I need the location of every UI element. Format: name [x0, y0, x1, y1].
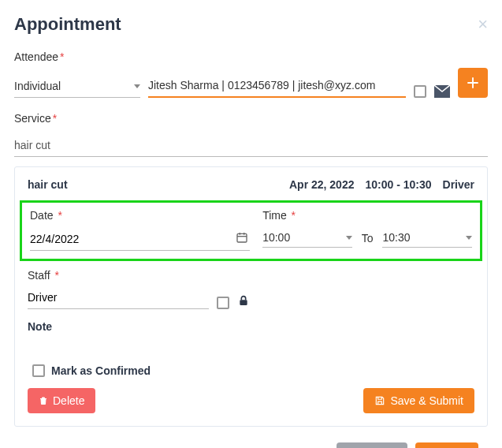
confirm-checkbox[interactable]: [32, 364, 45, 377]
appointment-card: hair cut Apr 22, 2022 10:00 - 10:30 Driv…: [14, 166, 488, 427]
calendar-icon[interactable]: [236, 231, 248, 244]
cancel-button[interactable]: Cancel: [337, 442, 407, 448]
attendee-input[interactable]: [148, 74, 406, 98]
date-column: Date *: [30, 209, 250, 251]
card-header: hair cut Apr 22, 2022 10:00 - 10:30 Driv…: [15, 167, 487, 200]
modal-footer: Cancel Save: [14, 427, 488, 448]
attendee-label: Attendee: [14, 50, 58, 63]
note-section: Note: [15, 312, 487, 357]
attendee-type-select[interactable]: Individual: [14, 75, 140, 98]
time-from-select[interactable]: 10:00: [262, 228, 352, 248]
svg-rect-5: [240, 300, 247, 305]
appointment-modal: Appointment × Attendee* Individual Servi…: [8, 8, 494, 448]
staff-checkbox[interactable]: [217, 297, 229, 309]
save-button[interactable]: Save: [415, 442, 478, 448]
chevron-down-icon: [134, 84, 140, 88]
close-icon[interactable]: ×: [478, 14, 488, 35]
required-marker: *: [53, 112, 57, 125]
note-label: Note: [28, 320, 474, 333]
card-service-name: hair cut: [28, 178, 278, 191]
time-to-select[interactable]: 10:30: [382, 228, 472, 248]
confirm-label: Mark as Confirmed: [51, 364, 151, 377]
required-marker: *: [52, 269, 59, 282]
card-staff-display: Driver: [443, 178, 474, 191]
svg-rect-1: [237, 233, 247, 242]
plus-icon: [466, 76, 480, 90]
lock-icon: [237, 293, 250, 308]
card-time-range: 10:00 - 10:30: [365, 178, 431, 191]
delete-label: Delete: [53, 394, 84, 407]
trash-icon: [39, 395, 48, 406]
time-to-label: To: [359, 232, 377, 248]
staff-section: Staff *: [15, 261, 487, 312]
save-icon: [374, 395, 385, 406]
required-marker: *: [288, 209, 296, 222]
staff-label: Staff: [28, 269, 50, 282]
time-label: Time: [262, 209, 287, 222]
mail-icon[interactable]: [434, 85, 450, 98]
date-input[interactable]: [30, 228, 250, 251]
chevron-down-icon: [346, 236, 352, 240]
modal-title: Appointment: [14, 14, 121, 35]
required-marker: *: [60, 50, 64, 63]
attendee-section: Attendee* Individual: [14, 50, 488, 98]
attendee-checkbox[interactable]: [414, 85, 426, 98]
modal-header: Appointment ×: [14, 14, 488, 35]
save-submit-button[interactable]: Save & Submit: [363, 388, 474, 413]
time-to-value: 10:30: [382, 231, 410, 244]
service-section: Service*: [14, 112, 488, 157]
time-from-value: 10:00: [262, 231, 290, 244]
required-marker: *: [55, 209, 62, 222]
service-label: Service: [14, 112, 51, 125]
chevron-down-icon: [466, 236, 472, 240]
attendee-type-value: Individual: [14, 80, 61, 92]
datetime-highlight-box: Date * Time *: [20, 200, 482, 261]
card-footer: Mark as Confirmed Delete Save & Submit: [15, 357, 487, 426]
service-input[interactable]: [14, 133, 488, 157]
save-submit-label: Save & Submit: [390, 394, 463, 407]
add-attendee-button[interactable]: [458, 68, 488, 98]
delete-button[interactable]: Delete: [28, 388, 95, 413]
staff-input[interactable]: [28, 286, 209, 309]
date-label: Date: [30, 209, 54, 222]
card-date-display: Apr 22, 2022: [289, 178, 355, 191]
